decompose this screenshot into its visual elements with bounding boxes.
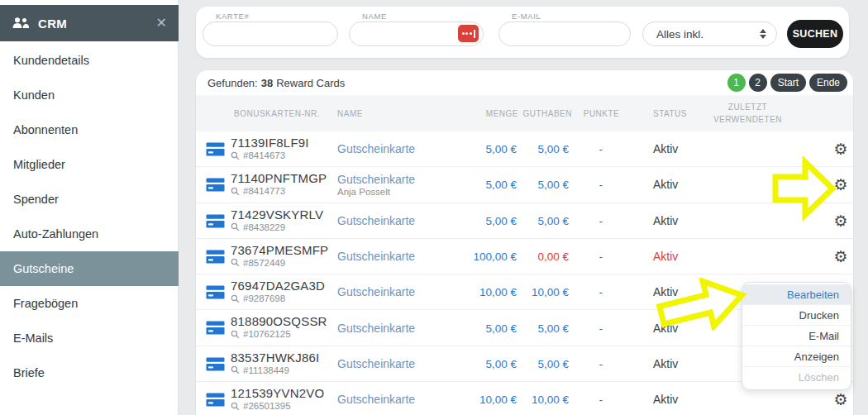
card-ref[interactable]: #11138449 bbox=[231, 365, 319, 375]
card-number-cell: 71139IF8LF9I #8414673 bbox=[231, 136, 309, 160]
status-value: Aktiv bbox=[653, 214, 678, 227]
card-ref[interactable]: #10762125 bbox=[231, 329, 327, 339]
col-header-menge: MENGE bbox=[469, 95, 518, 131]
col-header-guthaben: GUTHABEN bbox=[522, 95, 572, 131]
sidebar: CRM ✕ KundendetailsKundenAbonnentenMitgl… bbox=[0, 0, 179, 415]
card-ref[interactable]: #8572449 bbox=[231, 258, 328, 268]
card-type-link[interactable]: Gutscheinkarte bbox=[337, 322, 415, 335]
crm-app-window: CRM ✕ KundendetailsKundenAbonnentenMitgl… bbox=[0, 0, 868, 415]
menu-item-e-mail[interactable]: E-Mail bbox=[742, 326, 851, 346]
reward-card-icon bbox=[206, 214, 225, 228]
suchen-button[interactable]: SUCHEN bbox=[787, 20, 843, 48]
card-number-cell: 76947DA2GA3D #9287698 bbox=[231, 279, 325, 303]
sidebar-item-label: Fragebögen bbox=[13, 297, 78, 310]
status-value: Aktiv bbox=[653, 142, 678, 155]
sidebar-item-auto-zahlungen[interactable]: Auto-Zahlungen bbox=[0, 217, 179, 251]
card-ref[interactable]: #8438229 bbox=[231, 222, 323, 232]
magnifier-icon bbox=[231, 294, 240, 303]
punkte-value: - bbox=[584, 143, 618, 155]
col-header-name: NAME bbox=[337, 95, 363, 131]
col-header-bonuskarten-nr: BONUSKARTEN-NR. bbox=[234, 95, 320, 131]
reward-card-icon bbox=[206, 393, 225, 407]
card-number-cell: 121539YVN2VO #26501395 bbox=[231, 386, 324, 411]
sidebar-item-abonnenten[interactable]: Abonnenten bbox=[0, 112, 179, 147]
col-header-punkte: PUNKTE bbox=[583, 95, 620, 131]
menu-item-l-schen: Löschen bbox=[742, 367, 851, 388]
menu-item-anzeigen[interactable]: Anzeigen bbox=[742, 346, 851, 367]
magnifier-icon bbox=[231, 222, 240, 231]
sidebar-item-mitglieder[interactable]: Mitglieder bbox=[0, 147, 179, 182]
card-ref[interactable]: #8414673 bbox=[231, 150, 309, 160]
sidebar-item-kunden[interactable]: Kunden bbox=[0, 78, 179, 112]
card-number-cell: 71429VSKYRLV #8438229 bbox=[231, 208, 323, 232]
name-cell: Gutscheinkarte bbox=[337, 250, 415, 263]
punkte-value: - bbox=[584, 214, 618, 227]
pager-ende[interactable]: Ende bbox=[809, 74, 847, 92]
menu-item-bearbeiten[interactable]: Bearbeiten bbox=[742, 284, 851, 305]
name-input[interactable] bbox=[349, 21, 484, 46]
card-type-link[interactable]: Gutscheinkarte bbox=[337, 393, 415, 406]
email-input[interactable] bbox=[498, 21, 631, 46]
email-field-label: E-MAIL bbox=[512, 12, 541, 21]
guthaben-value: 0,00 € bbox=[525, 250, 569, 263]
reward-card-icon bbox=[206, 142, 225, 156]
filter-dropdown[interactable]: Alles inkl. bbox=[642, 21, 777, 46]
gear-icon[interactable]: ⚙ bbox=[831, 390, 851, 408]
sidebar-item-e-mails[interactable]: E-Mails bbox=[0, 321, 179, 355]
card-number-cell: 71140PNFTMGP #8414773 bbox=[231, 171, 327, 196]
card-ref[interactable]: #8414773 bbox=[231, 186, 327, 196]
card-ref-number: #10762125 bbox=[243, 329, 291, 339]
menu-item-drucken[interactable]: Drucken bbox=[742, 305, 851, 326]
name-cell: Gutscheinkarte bbox=[337, 357, 415, 370]
card-number: 83537HWKJ86I bbox=[231, 351, 319, 365]
sidebar-item-gutscheine[interactable]: Gutscheine bbox=[0, 251, 179, 286]
card-number: 76947DA2GA3D bbox=[231, 279, 325, 293]
card-type-link[interactable]: Gutscheinkarte bbox=[337, 357, 415, 370]
close-icon[interactable]: ✕ bbox=[156, 17, 167, 30]
card-holder: Anja Posselt bbox=[337, 187, 415, 197]
magnifier-icon bbox=[231, 151, 240, 160]
card-number: 121539YVN2VO bbox=[231, 386, 324, 400]
sidebar-item-spender[interactable]: Spender bbox=[0, 182, 179, 217]
card-type-link[interactable]: Gutscheinkarte bbox=[337, 250, 415, 263]
gear-icon[interactable]: ⚙ bbox=[831, 247, 851, 265]
magnifier-icon bbox=[231, 187, 240, 196]
karte-input[interactable] bbox=[203, 21, 338, 46]
menge-value: 10,00 € bbox=[436, 394, 517, 406]
card-ref[interactable]: #9287698 bbox=[231, 293, 325, 303]
col-header-zuletzt-verwendeten: ZULETZTVERWENDETEN bbox=[700, 95, 795, 131]
status-value: Aktiv bbox=[653, 250, 678, 263]
reward-card-icon bbox=[206, 250, 225, 264]
name-cell: Gutscheinkarte bbox=[337, 142, 415, 155]
sidebar-item-label: Abonnenten bbox=[13, 123, 78, 136]
card-number: 71139IF8LF9I bbox=[231, 136, 309, 150]
pager-2[interactable]: 2 bbox=[749, 74, 767, 92]
card-type-link[interactable]: Gutscheinkarte bbox=[337, 285, 415, 298]
card-type-link[interactable]: Gutscheinkarte bbox=[337, 173, 415, 186]
sidebar-item-kundendetails[interactable]: Kundendetails bbox=[0, 43, 179, 78]
found-suffix: Reward Cards bbox=[276, 77, 345, 89]
sidebar-item-label: Auto-Zahlungen bbox=[13, 227, 98, 241]
card-ref-number: #11138449 bbox=[243, 365, 289, 375]
status-value: Aktiv bbox=[653, 357, 678, 370]
col-header-status: STATUS bbox=[653, 95, 687, 131]
sidebar-item-briefe[interactable]: Briefe bbox=[0, 355, 179, 390]
sidebar-item-frageb-gen[interactable]: Fragebögen bbox=[0, 286, 179, 321]
card-ref[interactable]: #26501395 bbox=[231, 401, 324, 411]
karte-field-label: KARTE# bbox=[216, 12, 249, 21]
table-row: 73674PMESMFP #8572449 Gutscheinkarte 100… bbox=[196, 239, 853, 274]
table-row: 71139IF8LF9I #8414673 Gutscheinkarte 5,0… bbox=[196, 131, 853, 167]
card-ref-number: #8438229 bbox=[243, 222, 285, 232]
pager-start[interactable]: Start bbox=[770, 74, 806, 92]
gear-icon[interactable]: ⚙ bbox=[831, 140, 851, 158]
table-header-row: BONUSKARTEN-NR. NAME MENGE GUTHABEN PUNK… bbox=[196, 95, 853, 131]
password-manager-icon[interactable] bbox=[458, 25, 479, 42]
filter-selected-value: Alles inkl. bbox=[656, 28, 703, 41]
card-ref-number: #9287698 bbox=[243, 293, 285, 303]
card-type-link[interactable]: Gutscheinkarte bbox=[337, 142, 415, 155]
punkte-value: - bbox=[584, 322, 618, 334]
card-type-link[interactable]: Gutscheinkarte bbox=[337, 214, 415, 227]
card-ref-number: #8572449 bbox=[243, 258, 285, 268]
pager-1[interactable]: 1 bbox=[727, 74, 746, 92]
dropdown-spinner-icon bbox=[760, 29, 766, 39]
